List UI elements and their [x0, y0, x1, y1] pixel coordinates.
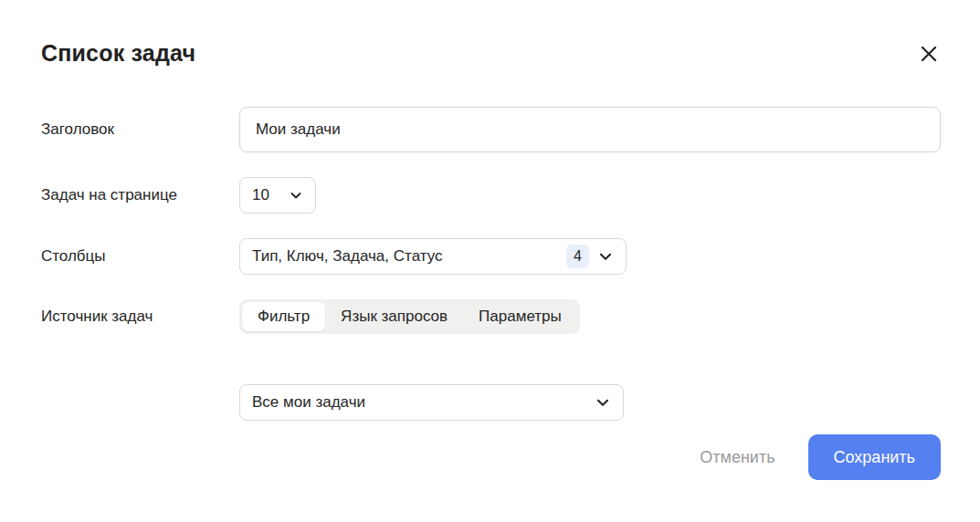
row-per-page: Задач на странице 10 [41, 177, 941, 214]
columns-label: Столбцы [41, 247, 239, 266]
task-source-tabs: Фильтр Язык запросов Параметры [239, 299, 580, 334]
dialog-footer: Отменить Сохранить [41, 434, 941, 480]
task-source-label: Источник задач [41, 308, 239, 326]
filter-select[interactable]: Все мои задачи [239, 384, 624, 421]
row-filter-select: Все мои задачи [239, 384, 941, 421]
row-columns: Столбцы Тип, Ключ, Задача, Статус 4 [41, 238, 941, 275]
close-icon [919, 53, 939, 67]
row-title: Заголовок [41, 107, 941, 152]
per-page-select[interactable]: 10 [239, 177, 316, 214]
tab-filter[interactable]: Фильтр [242, 302, 325, 331]
columns-select[interactable]: Тип, Ключ, Задача, Статус 4 [239, 238, 627, 275]
title-input[interactable] [239, 107, 941, 152]
dialog-header: Список задач [41, 40, 941, 67]
cancel-button[interactable]: Отменить [690, 441, 784, 475]
task-list-settings-dialog: Список задач Заголовок Задач на странице… [0, 0, 980, 522]
filter-select-value: Все мои задачи [252, 393, 365, 412]
title-label: Заголовок [41, 120, 239, 139]
dialog-title: Список задач [41, 40, 195, 67]
tab-query-language[interactable]: Язык запросов [325, 302, 463, 331]
columns-count-badge: 4 [566, 245, 589, 267]
tab-parameters[interactable]: Параметры [463, 302, 577, 331]
save-button[interactable]: Сохранить [808, 434, 941, 480]
chevron-down-icon [595, 394, 611, 411]
row-task-source: Источник задач Фильтр Язык запросов Пара… [41, 299, 941, 334]
close-button[interactable] [917, 42, 941, 66]
columns-value: Тип, Ключ, Задача, Статус [252, 247, 443, 266]
per-page-value: 10 [252, 186, 269, 204]
chevron-down-icon [289, 188, 303, 203]
chevron-down-icon [597, 248, 614, 265]
per-page-label: Задач на странице [41, 186, 239, 204]
